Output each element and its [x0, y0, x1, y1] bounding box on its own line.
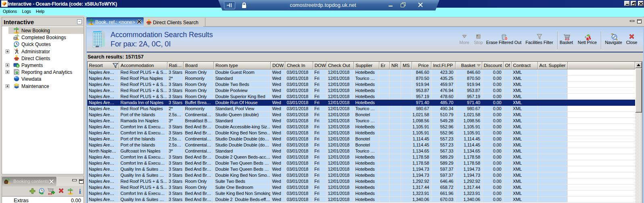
- svg-text:$: $: [17, 64, 19, 68]
- svg-text:i: i: [79, 188, 81, 195]
